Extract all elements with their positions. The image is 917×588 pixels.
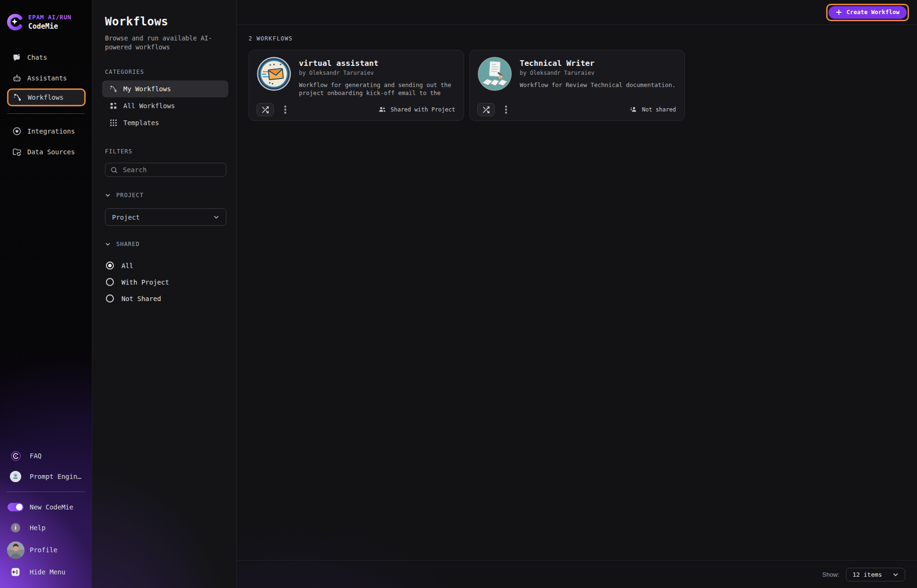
workflow-card-virtual-assistant[interactable]: virtual assistant by Oleksandr Taruraiev… (249, 50, 464, 121)
workflow-title: virtual assistant (299, 59, 456, 68)
radio-button[interactable] (106, 262, 114, 270)
shared-radio-group: All With Project Not Shared (105, 257, 226, 307)
sidebar-item-profile[interactable]: Profile (0, 538, 92, 562)
workflows-count: 2 WORKFLOWS (249, 35, 917, 42)
categories-section-label: CATEGORIES (105, 69, 226, 75)
workflows-filter-panel: Workflows Browse and run available AI-po… (92, 0, 237, 588)
radio-label: With Project (121, 278, 169, 286)
people-icon (378, 106, 386, 113)
radio-label: All (121, 262, 133, 270)
sidebar-item-label: Integrations (27, 127, 75, 135)
chevron-down-icon (893, 572, 899, 578)
main-content: Create Workflow 2 WORKFLOWS (237, 0, 917, 588)
topbar: Create Workflow (237, 0, 917, 25)
sidebar-item-label: Data Sources (27, 148, 75, 156)
chevron-down-icon (105, 192, 111, 198)
radio-button[interactable] (106, 278, 114, 286)
sidebar-item-data-sources[interactable]: Data Sources (0, 142, 92, 162)
sidebar-item-chats[interactable]: Chats (0, 47, 92, 68)
radio-with-project[interactable]: With Project (105, 274, 226, 290)
project-select[interactable]: Project (105, 208, 226, 226)
data-sources-icon (12, 147, 22, 157)
category-label: Templates (123, 119, 159, 127)
shared-section-header[interactable]: SHARED (105, 241, 226, 247)
sidebar-item-label: Help (30, 524, 46, 532)
sidebar-item-label: Profile (30, 546, 57, 554)
sidebar-item-label: Workflows (28, 94, 64, 101)
sidebar-item-label: Chats (27, 54, 47, 61)
info-icon: i (11, 523, 20, 532)
sidebar-item-assistants[interactable]: Assistants (0, 68, 92, 88)
collapse-sidebar-icon (7, 567, 24, 577)
robot-icon (12, 73, 22, 83)
search-input[interactable] (122, 166, 221, 174)
create-workflow-annotation: Create Workflow (826, 4, 909, 21)
workflow-icon (13, 93, 22, 102)
codemie-ring-icon (7, 451, 24, 461)
sidebar-item-new-codemie[interactable]: New CodeMie (0, 497, 92, 517)
chevron-down-icon (105, 241, 111, 247)
chevron-down-icon (213, 214, 219, 220)
create-workflow-button[interactable]: Create Workflow (829, 6, 907, 19)
category-templates[interactable]: Templates (102, 114, 228, 131)
shared-section-label: SHARED (116, 241, 140, 247)
card-menu-button[interactable] (280, 103, 290, 116)
sidebar-footer: FAQ Prompt Engin… New CodeMie i Help (0, 445, 92, 582)
sidebar-item-faq[interactable]: FAQ (0, 445, 92, 466)
workflow-author: by Oleksandr Taruraiev (520, 70, 676, 76)
nav-sidebar: EPAM AI/RUN CodeMie Chats Assistants (0, 0, 92, 588)
create-workflow-label: Create Workflow (846, 9, 900, 16)
category-my-workflows[interactable]: My Workflows (102, 80, 228, 97)
radio-label: Not Shared (121, 295, 161, 302)
show-label: Show: (822, 571, 839, 578)
project-section-label: PROJECT (116, 192, 144, 199)
shuffle-icon (261, 106, 269, 114)
prompt-badge-icon (7, 471, 24, 482)
grid-dots-icon (109, 119, 118, 127)
filters-section-label: FILTERS (105, 148, 226, 155)
workflow-description: Workflow for Review Technical documentat… (520, 81, 676, 89)
brand: EPAM AI/RUN CodeMie (6, 13, 72, 31)
category-all-workflows[interactable]: All Workflows (102, 97, 228, 114)
workflow-title: Technical Writer (520, 59, 676, 68)
chat-sparkle-icon (12, 53, 22, 62)
sidebar-item-label: Assistants (27, 74, 67, 82)
brand-app-name: CodeMie (28, 22, 72, 31)
radio-not-shared[interactable]: Not Shared (105, 290, 226, 307)
app-root: EPAM AI/RUN CodeMie Chats Assistants (0, 0, 917, 588)
page-title: Workflows (105, 15, 226, 28)
category-list: My Workflows All Workflows Templates (102, 80, 228, 131)
sidebar-item-hide-menu[interactable]: Hide Menu (0, 562, 92, 582)
sidebar-item-prompt-engineering[interactable]: Prompt Engin… (0, 466, 92, 487)
nav-divider (7, 113, 85, 114)
radio-button[interactable] (106, 294, 114, 302)
page-size-value: 12 items (853, 571, 882, 578)
run-workflow-button[interactable] (477, 103, 495, 116)
category-label: My Workflows (123, 85, 171, 93)
project-section-header[interactable]: PROJECT (105, 192, 226, 199)
share-status-label: Shared with Project (391, 106, 455, 113)
share-status: Shared with Project (378, 106, 456, 113)
workflows-list-area: 2 WORKFLOWS (237, 25, 917, 560)
new-codemie-toggle[interactable] (8, 503, 24, 511)
run-workflow-button[interactable] (257, 103, 274, 116)
page-subtitle: Browse and run available AI-powered work… (105, 34, 219, 52)
sidebar-item-label: Hide Menu (30, 568, 65, 576)
envelope-badge-icon (257, 56, 291, 91)
grid-plus-icon (109, 102, 118, 110)
workflow-cards: virtual assistant by Oleksandr Taruraiev… (249, 50, 917, 121)
brand-product-line: EPAM AI/RUN (28, 14, 72, 21)
codemie-logo-icon (6, 13, 24, 31)
page-size-select[interactable]: 12 items (846, 568, 905, 581)
category-label: All Workflows (123, 102, 175, 110)
share-status-label: Not shared (642, 106, 676, 113)
workflow-card-technical-writer[interactable]: Technical Writer by Oleksandr Taruraiev … (469, 50, 685, 121)
integrations-icon (12, 127, 22, 136)
share-status: Not shared (630, 106, 677, 113)
sidebar-item-workflows[interactable]: Workflows (7, 88, 86, 106)
radio-all[interactable]: All (105, 257, 226, 274)
card-menu-button[interactable] (501, 103, 511, 116)
sidebar-item-help[interactable]: i Help (0, 517, 92, 538)
sidebar-item-label: Prompt Engin… (30, 473, 81, 480)
sidebar-item-integrations[interactable]: Integrations (0, 121, 92, 142)
